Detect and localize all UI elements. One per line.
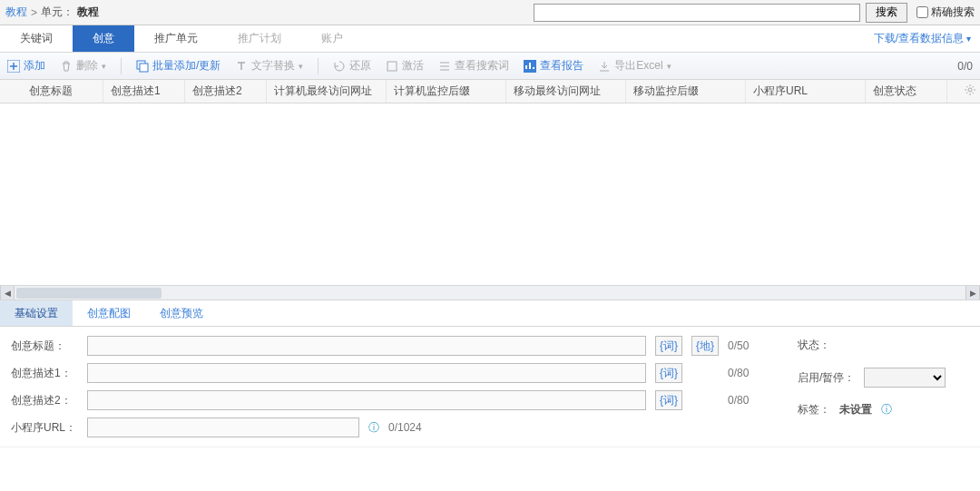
col-desc1[interactable]: 创意描述1	[103, 80, 185, 103]
batch-button[interactable]: 批量添加/更新	[136, 58, 220, 74]
chip-ci[interactable]: {词}	[655, 363, 682, 383]
delete-label: 删除	[76, 58, 98, 74]
row-title: 创意标题： {词} {地} 0/50	[11, 336, 771, 356]
tag-value: 未设置	[839, 402, 872, 417]
col-mobile-url[interactable]: 移动最终访问网址	[506, 80, 626, 103]
restore-button[interactable]: 还原	[333, 58, 371, 74]
sub-tabs: 基础设置 创意配图 创意预览	[0, 300, 980, 327]
main-tabs: 关键词 创意 推广单元 推广计划 账户 下载/查看数据信息 ▾	[0, 25, 980, 53]
label-miniurl: 小程序URL：	[11, 420, 78, 436]
col-pc-suffix[interactable]: 计算机监控后缀	[387, 80, 506, 103]
list-icon	[438, 60, 451, 73]
enable-row: 启用/暂停：	[798, 368, 969, 388]
input-title[interactable]	[87, 336, 646, 356]
chevron-down-icon: ▾	[102, 62, 106, 71]
add-button[interactable]: 添加	[7, 58, 45, 74]
chart-icon	[524, 60, 536, 73]
scroll-track[interactable]	[15, 286, 965, 300]
record-count: 0/0	[957, 60, 973, 73]
scroll-right-button[interactable]: ▶	[965, 286, 980, 300]
plus-icon	[7, 60, 20, 73]
col-miniurl[interactable]: 小程序URL	[746, 80, 866, 103]
export-label: 导出Excel	[614, 58, 662, 74]
tab-adunit[interactable]: 推广单元	[134, 25, 218, 52]
tab-creative[interactable]: 创意	[73, 25, 134, 52]
input-miniurl[interactable]	[87, 417, 359, 437]
activate-label: 激活	[402, 58, 424, 74]
breadcrumb: 教程 > 单元： 教程	[5, 5, 99, 20]
exact-search-wrap[interactable]: 精确搜索	[916, 5, 975, 20]
gear-icon[interactable]	[964, 83, 976, 96]
svg-rect-3	[387, 62, 397, 71]
subtab-image[interactable]: 创意配图	[73, 300, 145, 326]
subtab-basic[interactable]: 基础设置	[0, 300, 73, 326]
row-miniurl: 小程序URL： ⓘ 0/1024	[11, 417, 771, 437]
toolbar-divider	[121, 58, 122, 74]
top-bar: 教程 > 单元： 教程 搜索 精确搜索	[0, 0, 980, 25]
tab-plan[interactable]: 推广计划	[218, 25, 301, 52]
col-pc-url[interactable]: 计算机最终访问网址	[267, 80, 387, 103]
data-info-label: 下载/查看数据信息	[874, 31, 964, 46]
help-icon[interactable]: ⓘ	[881, 402, 892, 417]
report-button[interactable]: 查看报告	[524, 58, 583, 74]
trash-icon	[60, 60, 73, 73]
label-desc1: 创意描述1：	[11, 366, 78, 381]
label-desc2: 创意描述2：	[11, 393, 78, 408]
status-row: 状态：	[798, 338, 969, 353]
search-input[interactable]	[534, 4, 860, 22]
activate-button[interactable]: 激活	[386, 58, 424, 74]
status-label: 状态：	[798, 338, 830, 353]
count-desc1: 0/80	[728, 367, 771, 379]
export-button[interactable]: 导出Excel ▾	[598, 58, 671, 74]
textreplace-button[interactable]: 文字替换 ▾	[235, 58, 303, 74]
textreplace-label: 文字替换	[251, 58, 295, 74]
search-button[interactable]: 搜索	[866, 3, 907, 23]
tab-account[interactable]: 账户	[301, 25, 363, 52]
col-mobile-suffix[interactable]: 移动监控后缀	[626, 80, 746, 103]
chip-ci[interactable]: {词}	[655, 336, 682, 356]
chip-di[interactable]: {地}	[691, 336, 719, 356]
help-icon[interactable]: ⓘ	[368, 420, 379, 436]
form-left: 创意标题： {词} {地} 0/50 创意描述1： {词} 0/80 创意描述2…	[11, 336, 771, 437]
count-desc2: 0/80	[728, 394, 771, 407]
row-desc1: 创意描述1： {词} 0/80	[11, 363, 771, 383]
chip-ci[interactable]: {词}	[655, 390, 682, 410]
scroll-thumb[interactable]	[16, 288, 162, 299]
count-title: 0/50	[728, 339, 771, 352]
breadcrumb-unit-label: 单元：	[41, 5, 74, 20]
breadcrumb-link[interactable]: 教程	[5, 5, 27, 20]
horizontal-scrollbar[interactable]: ◀ ▶	[0, 285, 980, 300]
querysearch-button[interactable]: 查看搜索词	[438, 58, 509, 74]
tag-row: 标签： 未设置 ⓘ	[798, 402, 969, 417]
row-desc2: 创意描述2： {词} 0/80	[11, 390, 771, 410]
exact-search-checkbox[interactable]	[916, 6, 928, 18]
enable-select[interactable]	[864, 368, 946, 388]
input-desc1[interactable]	[87, 363, 646, 383]
breadcrumb-sep: >	[31, 6, 37, 19]
grid-body	[0, 103, 980, 285]
activate-icon	[386, 60, 398, 73]
col-status[interactable]: 创意状态	[866, 80, 947, 103]
delete-button[interactable]: 删除 ▾	[60, 58, 106, 74]
chevron-down-icon: ▾	[966, 34, 971, 44]
tab-keyword[interactable]: 关键词	[0, 25, 73, 52]
col-title[interactable]: 创意标题	[22, 80, 103, 103]
export-icon	[598, 60, 611, 73]
chevron-down-icon: ▾	[299, 62, 303, 71]
report-label: 查看报告	[540, 58, 583, 74]
col-desc2[interactable]: 创意描述2	[185, 80, 267, 103]
subtab-preview[interactable]: 创意预览	[145, 300, 218, 326]
svg-rect-2	[140, 64, 148, 72]
input-desc2[interactable]	[87, 390, 646, 410]
querysearch-label: 查看搜索词	[455, 58, 509, 74]
scroll-left-button[interactable]: ◀	[0, 286, 15, 300]
form-area: 创意标题： {词} {地} 0/50 创意描述1： {词} 0/80 创意描述2…	[0, 327, 980, 447]
form-right: 状态： 启用/暂停： 标签： 未设置 ⓘ	[797, 336, 969, 437]
batch-label: 批量添加/更新	[152, 58, 220, 74]
data-info-link[interactable]: 下载/查看数据信息 ▾	[865, 25, 980, 52]
batch-icon	[136, 60, 149, 73]
svg-point-5	[968, 88, 972, 92]
text-icon	[235, 60, 248, 73]
search-area: 搜索 精确搜索	[534, 3, 975, 23]
exact-search-label: 精确搜索	[931, 5, 975, 20]
